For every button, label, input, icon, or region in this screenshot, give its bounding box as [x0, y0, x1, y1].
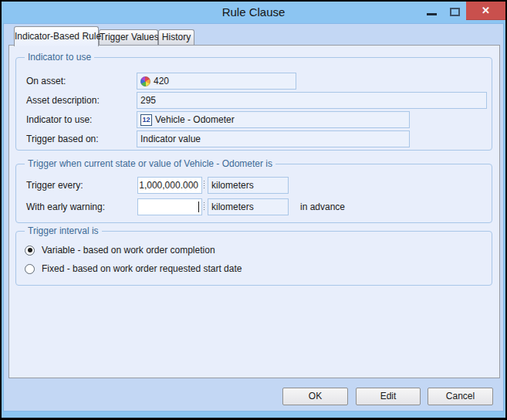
title-bar: Rule Clause ✕ — [2, 2, 505, 23]
tab-trigger-values[interactable]: Trigger Values — [99, 29, 158, 45]
group-legend: Trigger interval is — [25, 225, 102, 236]
trigger-based-on-value: Indicator value — [140, 131, 201, 147]
maximize-button[interactable] — [448, 5, 462, 18]
unit-value: kilometers — [211, 178, 254, 193]
radio-fixed[interactable]: Fixed - based on work order requested st… — [25, 261, 242, 276]
on-asset-field[interactable]: 420 — [137, 73, 296, 90]
close-button[interactable]: ✕ — [466, 2, 505, 20]
edit-button[interactable]: Edit — [356, 388, 421, 405]
close-icon: ✕ — [482, 5, 490, 16]
early-warning-input[interactable] — [137, 198, 202, 215]
unit-value: kilometers — [211, 199, 254, 215]
spinner-dots-icon[interactable] — [204, 202, 204, 212]
maximize-icon — [450, 8, 460, 16]
radio-button-icon[interactable] — [25, 264, 35, 274]
on-asset-label: On asset: — [26, 73, 66, 90]
indicator-icon: 12 — [140, 114, 152, 126]
indicator-to-use-value: Vehicle - Odometer — [155, 112, 235, 127]
asset-description-label: Asset description: — [26, 92, 100, 109]
trigger-every-input[interactable]: 1,000,000.000 — [137, 177, 202, 194]
tab-page-indicator-based-rule: Indicator to use On asset: 420 Asset des… — [8, 45, 500, 378]
trigger-every-value: 1,000,000.000 — [139, 178, 198, 193]
minimize-icon — [427, 13, 437, 15]
indicator-to-use-label: Indicator to use: — [26, 111, 92, 128]
trigger-based-on-label: Trigger based on: — [26, 130, 99, 147]
group-trigger-when: Trigger when current state or value of V… — [15, 164, 492, 223]
on-asset-value: 420 — [154, 73, 169, 89]
rule-clause-dialog: Rule Clause ✕ Indicator-Based Rule Trigg… — [0, 0, 507, 420]
minimize-button[interactable] — [424, 6, 441, 19]
text-caret — [198, 202, 199, 212]
radio-fixed-label: Fixed - based on work order requested st… — [42, 263, 242, 274]
indicator-to-use-field[interactable]: 12 Vehicle - Odometer — [137, 111, 410, 128]
radio-variable-label: Variable - based on work order completio… — [42, 245, 215, 256]
early-warning-label: With early warning: — [26, 198, 105, 215]
radio-button-icon[interactable] — [25, 246, 35, 256]
radio-variable[interactable]: Variable - based on work order completio… — [25, 242, 215, 258]
trigger-based-on-field[interactable]: Indicator value — [137, 130, 410, 147]
asset-description-field[interactable]: 295 — [137, 92, 487, 109]
trigger-every-label: Trigger every: — [26, 177, 83, 194]
trigger-every-unit-field[interactable]: kilometers — [208, 177, 289, 194]
tab-history[interactable]: History — [158, 29, 194, 45]
in-advance-label: in advance — [300, 198, 345, 215]
asset-description-value: 295 — [140, 93, 156, 108]
spinner-dots-icon[interactable] — [204, 181, 204, 190]
group-legend: Trigger when current state or value of V… — [25, 158, 275, 169]
dialog-client-area: Indicator-Based Rule Trigger Values Hist… — [3, 23, 504, 412]
ok-button[interactable]: OK — [282, 388, 348, 405]
group-legend: Indicator to use — [25, 52, 94, 63]
group-indicator-to-use: Indicator to use On asset: 420 Asset des… — [15, 57, 492, 151]
group-trigger-interval: Trigger interval is Variable - based on … — [15, 231, 492, 286]
tab-indicator-based-rule[interactable]: Indicator-Based Rule — [14, 26, 99, 46]
asset-cube-icon — [140, 76, 150, 86]
cancel-button[interactable]: Cancel — [428, 388, 493, 405]
early-warning-unit-field[interactable]: kilometers — [208, 198, 289, 215]
